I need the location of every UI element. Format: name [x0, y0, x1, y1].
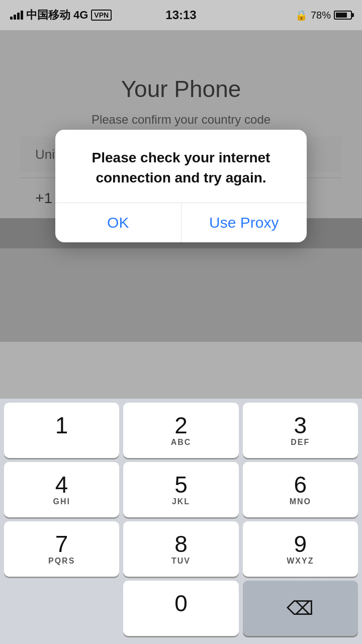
delete-icon: ⌫	[287, 597, 314, 619]
status-time: 13:13	[165, 8, 196, 22]
key-0-num: 0	[174, 592, 188, 615]
key-8-num: 8	[174, 532, 188, 556]
delete-key[interactable]: ⌫	[243, 581, 358, 636]
key-2-letters: ABC	[171, 438, 192, 447]
keyboard-row-1: 1 2 ABC 3 DEF	[4, 403, 358, 458]
key-9-num: 9	[294, 532, 307, 556]
keyboard-row-2: 4 GHI 5 JKL 6 MNO	[4, 462, 358, 517]
status-right: 🔒 78%	[295, 9, 352, 21]
ok-button[interactable]: OK	[55, 203, 182, 242]
modal-body: Please check your internet connection an…	[55, 130, 307, 187]
key-5[interactable]: 5 JKL	[123, 462, 238, 517]
vpn-badge: VPN	[91, 10, 112, 21]
key-1-num: 1	[55, 414, 68, 437]
key-7-letters: PQRS	[48, 557, 75, 566]
status-bar: 中国移动 4G VPN 13:13 🔒 78%	[0, 0, 362, 30]
key-4-num: 4	[55, 473, 68, 496]
keyboard: 1 2 ABC 3 DEF 4 GHI 5 JKL 6	[0, 399, 362, 644]
key-2[interactable]: 2 ABC	[123, 403, 238, 458]
battery-fill	[336, 13, 347, 18]
signal-bar-4	[21, 11, 23, 20]
modal-message: Please check your internet connection an…	[73, 148, 289, 187]
carrier-label: 中国移动	[26, 8, 70, 23]
key-7[interactable]: 7 PQRS	[4, 521, 119, 577]
key-4-letters: GHI	[53, 497, 70, 506]
modal-actions: OK Use Proxy	[55, 203, 307, 242]
key-7-num: 7	[55, 532, 68, 556]
key-6-num: 6	[294, 473, 307, 496]
key-6-letters: MNO	[290, 497, 311, 506]
top-section: Next Your Phone Please confirm your coun…	[0, 30, 362, 218]
alert-dialog: Please check your internet connection an…	[55, 130, 307, 242]
key-6[interactable]: 6 MNO	[243, 462, 358, 517]
key-3-letters: DEF	[291, 438, 310, 447]
battery-percent: 78%	[311, 10, 331, 21]
status-left: 中国移动 4G VPN	[10, 8, 112, 23]
key-9-letters: WXYZ	[287, 557, 314, 566]
key-1[interactable]: 1	[4, 403, 119, 458]
key-0[interactable]: 0	[123, 581, 238, 636]
keyboard-row-4: 0 ⌫	[4, 581, 358, 636]
key-3[interactable]: 3 DEF	[243, 403, 358, 458]
key-3-num: 3	[294, 414, 307, 437]
signal-bar-1	[10, 17, 13, 20]
key-8[interactable]: 8 TUV	[123, 521, 238, 577]
network-label: 4G	[73, 9, 88, 22]
key-5-num: 5	[174, 473, 188, 496]
key-1-letters	[60, 438, 63, 447]
lock-icon: 🔒	[295, 9, 308, 21]
signal-bars	[10, 11, 23, 20]
key-0-letters	[179, 616, 183, 625]
key-empty	[4, 581, 119, 636]
key-5-letters: JKL	[172, 497, 190, 506]
signal-bar-2	[14, 15, 16, 20]
use-proxy-button[interactable]: Use Proxy	[182, 203, 307, 242]
page-wrapper: 中国移动 4G VPN 13:13 🔒 78% Next Your Phone …	[0, 0, 362, 644]
key-4[interactable]: 4 GHI	[4, 462, 119, 517]
watermark: 知乎 @Crown	[296, 567, 352, 579]
key-2-num: 2	[174, 414, 188, 437]
signal-bar-3	[17, 13, 20, 20]
modal-overlay: Please check your internet connection an…	[0, 30, 362, 342]
battery-icon	[334, 11, 352, 20]
key-8-letters: TUV	[171, 557, 191, 566]
